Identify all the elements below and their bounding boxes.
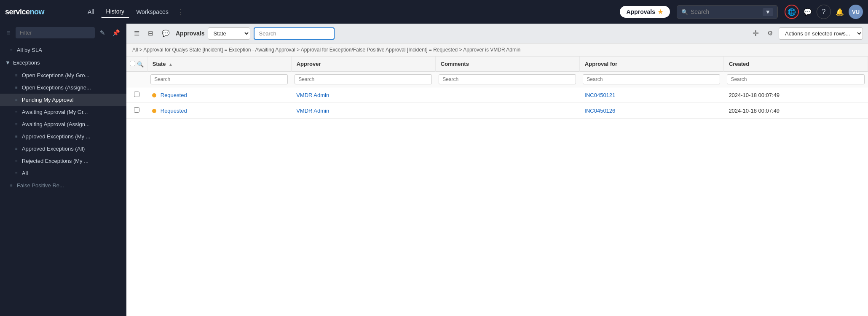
col-approver-label: Approver: [297, 61, 321, 67]
row1-approval-for-link[interactable]: INC0450121: [584, 92, 615, 98]
drag-icon: ≡: [10, 183, 13, 188]
logo-area: servicenow: [5, 8, 72, 16]
row1-checkbox-cell: [126, 87, 147, 103]
col-comments-label: Comments: [441, 61, 469, 67]
approver-search-cell: [291, 72, 435, 87]
row2-approver-link[interactable]: VMDR Admin: [296, 108, 329, 114]
col-comments[interactable]: Comments: [435, 57, 579, 72]
drag-icon: ≡: [15, 146, 18, 151]
created-search-input[interactable]: [727, 74, 864, 84]
approvals-table: 🔍 State ▲ Approver Comments: [126, 57, 868, 119]
avatar[interactable]: VU: [849, 5, 863, 19]
nav-links: All History Workspaces ⋮: [83, 5, 616, 18]
select-all-checkbox[interactable]: [130, 61, 135, 66]
nav-history[interactable]: History: [101, 5, 130, 18]
drag-icon: ≡: [15, 171, 18, 176]
row1-state-link[interactable]: Requested: [161, 92, 187, 98]
col-created[interactable]: Created: [723, 57, 868, 72]
approver-search-input[interactable]: [295, 74, 432, 84]
col-approval-for[interactable]: Approval for: [579, 57, 723, 72]
table-body: Requested VMDR Admin INC0450121 2024-10: [126, 87, 868, 119]
sidebar-item-approved-exceptions-all[interactable]: ≡ Approved Exceptions (All): [0, 143, 126, 155]
filter-button[interactable]: ⊟: [145, 28, 156, 39]
pin-icon[interactable]: 📌: [110, 27, 122, 38]
nav-all[interactable]: All: [83, 6, 99, 18]
row1-comments-cell: [435, 87, 579, 103]
active-app-pill[interactable]: Approvals ★: [620, 6, 670, 18]
add-column-button[interactable]: ✛: [750, 27, 761, 40]
col-state[interactable]: State ▲: [147, 57, 291, 72]
actions-select[interactable]: Actions on selected rows... Update Delet…: [779, 27, 863, 40]
sidebar-item-false-positive[interactable]: ≡ False Positive Re...: [0, 179, 126, 192]
col-created-label: Created: [729, 61, 749, 67]
row2-checkbox[interactable]: [134, 107, 139, 113]
sidebar-item-approved-exceptions-my[interactable]: ≡ Approved Exceptions (My ...: [0, 130, 126, 143]
search-dropdown-button[interactable]: ▼: [763, 8, 773, 16]
col-approver[interactable]: Approver: [291, 57, 435, 72]
sidebar-item-open-exceptions-assigned[interactable]: ≡ Open Exceptions (Assigne...: [0, 81, 126, 94]
drag-icon: ≡: [15, 97, 18, 102]
edit-icon[interactable]: ✎: [98, 27, 107, 38]
sidebar-item-label: Pending My Approval: [22, 97, 74, 103]
row1-approver-link[interactable]: VMDR Admin: [296, 92, 329, 98]
drag-icon: ≡: [15, 159, 18, 163]
globe-button[interactable]: 🌐: [785, 5, 799, 19]
table-container: 🔍 State ▲ Approver Comments: [126, 57, 868, 316]
sidebar-item-awaiting-approval-my-group[interactable]: ≡ Awaiting Approval (My Gr...: [0, 106, 126, 118]
sidebar-item-open-exceptions-my-group[interactable]: ≡ Open Exceptions (My Gro...: [0, 69, 126, 81]
col-state-label: State: [153, 61, 166, 67]
help-button[interactable]: ?: [817, 5, 831, 19]
col-approval-for-label: Approval for: [585, 61, 617, 67]
sidebar-group-exceptions[interactable]: ▼ Exceptions: [0, 56, 126, 69]
filter-icon: ≡: [5, 27, 12, 38]
search-magnifier-icon[interactable]: 🔍: [137, 61, 144, 68]
checkbox-search-cell: [126, 72, 147, 87]
more-menu-icon[interactable]: ⋮: [175, 7, 186, 16]
row2-state-link[interactable]: Requested: [161, 108, 187, 114]
row1-checkbox[interactable]: [134, 92, 139, 97]
drag-icon: ≡: [15, 110, 18, 114]
content-area: ☰ ⊟ 💬 Approvals State Requested Approved…: [126, 24, 868, 316]
sidebar-filter-input[interactable]: [16, 27, 95, 38]
sidebar-item-label: False Positive Re...: [17, 182, 64, 189]
global-search-input[interactable]: [691, 8, 760, 15]
table-row: Requested VMDR Admin INC0450121 2024-10: [126, 87, 868, 103]
top-navigation: servicenow All History Workspaces ⋮ Appr…: [0, 0, 868, 24]
row1-created-cell: 2024-10-18 00:07:49: [723, 87, 868, 103]
row2-state-cell: Requested: [147, 103, 291, 119]
row2-approval-for-link[interactable]: INC0450126: [584, 108, 615, 114]
drag-icon: ≡: [15, 122, 18, 127]
logo: servicenow: [5, 8, 44, 16]
settings-button[interactable]: ⚙: [765, 28, 775, 39]
sidebar-item-awaiting-approval-assigned[interactable]: ≡ Awaiting Approval (Assign...: [0, 118, 126, 130]
sidebar-item-all-exceptions[interactable]: ≡ All: [0, 167, 126, 179]
created-search-cell: [723, 72, 868, 87]
sidebar-item-pending-my-approval[interactable]: ≡ Pending My Approval: [0, 94, 126, 106]
sidebar-item-label: Awaiting Approval (My Gr...: [22, 109, 88, 115]
approval-for-search-input[interactable]: [583, 74, 720, 84]
state-select[interactable]: State Requested Approved Rejected: [208, 27, 250, 40]
content-toolbar: ☰ ⊟ 💬 Approvals State Requested Approved…: [126, 24, 868, 43]
checkbox-header: 🔍: [126, 57, 147, 72]
sidebar-nav: ≡ All by SLA ▼ Exceptions ≡ Open Excepti…: [0, 42, 126, 316]
drag-icon: ≡: [15, 134, 18, 139]
comments-search-input[interactable]: [439, 74, 576, 84]
notifications-button[interactable]: 🔔: [833, 5, 847, 19]
comments-search-cell: [435, 72, 579, 87]
search-icon: 🔍: [681, 9, 688, 15]
chat-button[interactable]: 💬: [801, 5, 815, 19]
sidebar-item-label: Approved Exceptions (All): [22, 146, 85, 152]
toolbar-search-input[interactable]: [254, 27, 335, 40]
sidebar-item-rejected-exceptions-my[interactable]: ≡ Rejected Exceptions (My ...: [0, 155, 126, 167]
sidebar-item-label: Awaiting Approval (Assign...: [22, 121, 90, 127]
row1-state-cell: Requested: [147, 87, 291, 103]
sidebar-item-all-by-sla[interactable]: ≡ All by SLA: [0, 44, 126, 56]
nav-workspaces[interactable]: Workspaces: [131, 6, 174, 18]
state-search-input[interactable]: [150, 74, 288, 84]
message-button[interactable]: 💬: [159, 28, 172, 39]
star-icon: ★: [658, 8, 663, 15]
global-search-bar: 🔍 ▼: [677, 5, 778, 19]
sidebar: ≡ ✎ 📌 ≡ All by SLA ▼ Exceptions ≡ Open E…: [0, 24, 126, 316]
nav-icons: 🌐 💬 ? 🔔 VU: [785, 5, 863, 19]
hamburger-button[interactable]: ☰: [131, 28, 142, 39]
